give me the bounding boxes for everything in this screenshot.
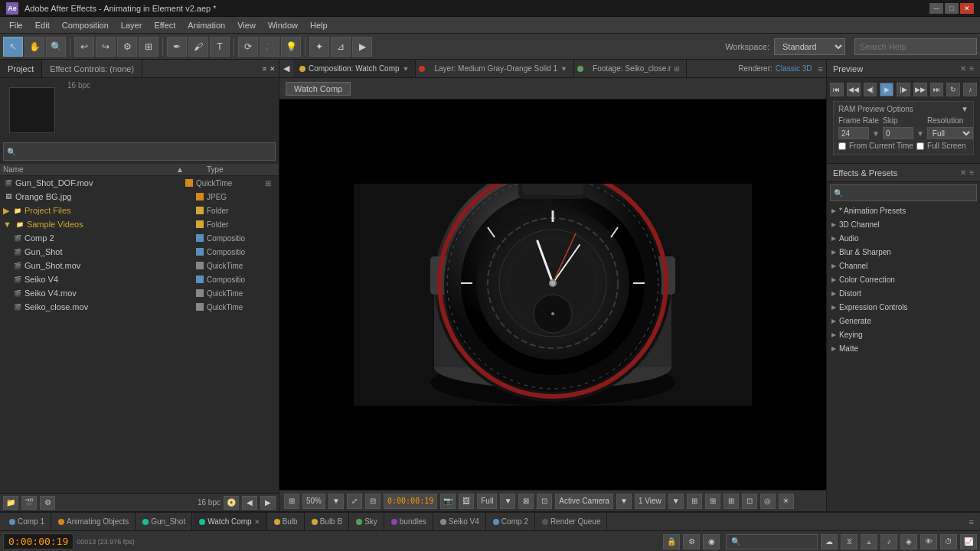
audio-btn[interactable]: ♪ — [963, 83, 977, 96]
audio-preview-btn[interactable]: ♪ — [880, 534, 897, 549]
fit-btn[interactable]: ⤢ — [347, 494, 362, 509]
list-item[interactable]: 🎬 Seiko V4.mov QuickTime — [0, 286, 279, 300]
list-item[interactable]: 🎬 Comp 2 Compositio — [0, 231, 279, 245]
comp-tab-layer[interactable]: Layer: Medium Gray-Orange Solid 1 ▼ — [428, 60, 574, 77]
prev-btn[interactable]: ◀ — [242, 496, 257, 510]
panel-menu-icon[interactable]: ≡ — [263, 65, 266, 73]
camera-control[interactable]: Active Camera — [555, 494, 613, 509]
project-search-input[interactable] — [19, 146, 275, 158]
menu-file[interactable]: File — [3, 19, 29, 31]
effects-menu[interactable]: ≡ — [969, 168, 974, 177]
solo-btn[interactable]: ◉ — [703, 534, 720, 549]
full-screen-checkbox[interactable] — [916, 142, 924, 150]
menu-window[interactable]: Window — [262, 19, 304, 31]
maximize-button[interactable]: □ — [945, 3, 959, 14]
menu-view[interactable]: View — [231, 19, 262, 31]
new-folder-btn[interactable]: 📁 — [3, 496, 18, 510]
search-layers-input[interactable] — [726, 534, 818, 549]
effects-group-keying[interactable]: ▶ Keying — [827, 328, 980, 341]
zoom-control[interactable]: 50% — [302, 494, 325, 509]
menu-layer[interactable]: Layer — [115, 19, 149, 31]
draft-3d-btn[interactable]: ⟁ — [861, 534, 877, 549]
effects-group-animation[interactable]: ▶ * Animation Presets — [827, 204, 980, 217]
next-frame-btn[interactable]: ▶▶ — [913, 83, 927, 96]
3d-views-btn[interactable]: ⊞ — [687, 494, 702, 509]
timecode-display[interactable]: 0:00:00:19 — [3, 533, 74, 549]
timeline-tab-bulb[interactable]: Bulb — [268, 513, 305, 530]
timecode-control[interactable]: 0:00:00:19 — [384, 494, 437, 509]
quality-control[interactable]: Full — [477, 494, 497, 509]
project-tab[interactable]: Project — [0, 60, 42, 77]
ram-options-dropdown[interactable]: ▼ — [961, 105, 969, 113]
effects-group-color[interactable]: ▶ Color Correction — [827, 272, 980, 286]
skip-input[interactable] — [883, 127, 913, 139]
frame-blend-btn[interactable]: ⧖ — [841, 534, 858, 549]
quality-dropdown[interactable]: ▼ — [500, 494, 515, 509]
menu-help[interactable]: Help — [304, 19, 334, 31]
text-tool[interactable]: T — [210, 37, 230, 57]
motion-blur-btn[interactable]: ☁ — [821, 534, 838, 549]
frame-rate-input[interactable] — [838, 127, 869, 139]
camera-dropdown[interactable]: ▼ — [616, 494, 632, 509]
list-item[interactable]: ▶ 📁 Project Files Folder — [0, 204, 279, 217]
timeline-tab-animating[interactable]: Animating Objects — [52, 513, 136, 530]
menu-edit[interactable]: Edit — [29, 19, 56, 31]
step-fwd-btn[interactable]: |▶ — [897, 83, 910, 96]
menu-composition[interactable]: Composition — [56, 19, 115, 31]
effect-controls-tab[interactable]: Effect Controls: (none) — [42, 60, 142, 77]
comp-options-btn[interactable]: ⊞ — [705, 494, 720, 509]
watch-comp-button[interactable]: Watch Comp — [286, 82, 351, 96]
effects-group-channel[interactable]: ▶ Channel — [827, 259, 980, 272]
light-tool[interactable]: 💡 — [281, 37, 301, 57]
loop-btn[interactable]: ↻ — [946, 83, 960, 96]
hide-shy-btn[interactable]: 👁 — [920, 534, 937, 549]
redo-tool[interactable]: ↪ — [96, 37, 116, 57]
comp-tab-watch[interactable]: Composition: Watch Comp ▼ — [293, 60, 416, 77]
effects-group-3d[interactable]: ▶ 3D Channel — [827, 217, 980, 231]
timeline-tab-bundles[interactable]: bundles — [385, 513, 433, 530]
timeline-tab-gunshot[interactable]: Gun_Shot — [136, 513, 192, 530]
list-item[interactable]: 🎬 Gun_Shot.mov QuickTime — [0, 259, 279, 272]
solo-switches-btn[interactable]: ◈ — [900, 534, 917, 549]
select-tool[interactable]: ↖ — [3, 37, 23, 57]
align-tool[interactable]: ⊿ — [331, 37, 351, 57]
timeline-tab-bulbb[interactable]: Bulb B — [305, 513, 349, 530]
render-tool[interactable]: ⚙ — [117, 37, 137, 57]
timeline-tab-comp1[interactable]: Comp 1 — [3, 513, 51, 530]
comp-tab-left-arrow[interactable]: ◀ — [279, 64, 293, 73]
list-item[interactable]: 🎬 Seiko_close.mov QuickTime — [0, 300, 279, 314]
undo-tool[interactable]: ↩ — [74, 37, 94, 57]
reset-exposure-btn[interactable]: ◎ — [760, 494, 776, 509]
settings-tool[interactable]: ⊞ — [139, 37, 158, 57]
effects-group-matte[interactable]: ▶ Matte — [827, 341, 980, 355]
preview-tool[interactable]: ▶ — [352, 37, 372, 57]
pixel-aspect-btn[interactable]: ⊡ — [537, 494, 552, 509]
lock-btn[interactable]: 🔒 — [663, 534, 680, 549]
settings-btn[interactable]: ⚙ — [40, 496, 55, 510]
resolution-select[interactable]: Full Half Third Quarter — [927, 127, 973, 139]
effects-close[interactable]: ✕ — [960, 168, 966, 177]
layer-tab-dropdown[interactable]: ▼ — [560, 65, 567, 73]
prev-frame-btn[interactable]: ◀◀ — [847, 83, 861, 96]
show-snapshot-btn[interactable]: 🖼 — [459, 494, 474, 509]
play-btn[interactable]: ▶ — [880, 83, 893, 96]
pixel-ratio-btn[interactable]: ⊟ — [365, 494, 381, 509]
chart-btn[interactable]: 📈 — [960, 534, 977, 549]
go-to-end-btn[interactable]: ⏭ — [930, 83, 944, 96]
effects-group-expression[interactable]: ▶ Expression Controls — [827, 300, 980, 314]
panel-close-icon[interactable]: ✕ — [270, 65, 276, 73]
go-to-start-btn[interactable]: ⏮ — [830, 83, 844, 96]
effects-group-blur[interactable]: ▶ Blur & Sharpen — [827, 245, 980, 259]
list-item[interactable]: 🖼 Orange BG.jpg JPEG — [0, 190, 279, 204]
frame-rate-btn[interactable]: ⏱ — [940, 534, 957, 549]
timeline-tab-seikov4[interactable]: Seiko V4 — [434, 513, 486, 530]
comp-settings-btn[interactable]: ⚙ — [683, 534, 700, 549]
comp-tab-footage[interactable]: Footage: Seiko_close.r ⊞ — [586, 60, 687, 77]
transparency-btn[interactable]: ⊠ — [518, 494, 534, 509]
new-comp-btn[interactable]: 🎬 — [21, 496, 37, 510]
effects-group-audio[interactable]: ▶ Audio — [827, 231, 980, 245]
camera-tool[interactable]: 🎥 — [260, 37, 279, 57]
paint-tool[interactable]: 🖌 — [188, 37, 208, 57]
list-item[interactable]: 🎬 Gun_Shot_DOF.mov QuickTime ⊞ — [0, 176, 279, 190]
tab-close-btn[interactable]: ✕ — [254, 518, 260, 526]
